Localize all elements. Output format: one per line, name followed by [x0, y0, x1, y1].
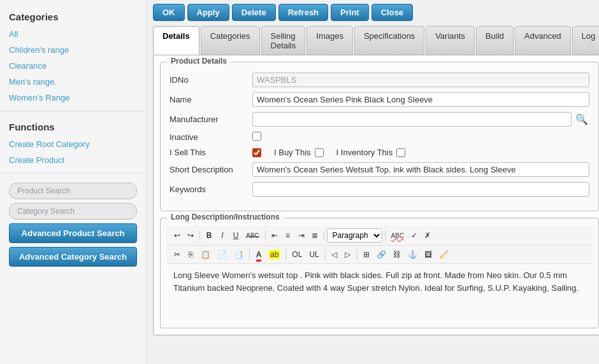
long-desc-section: Long Description/Instructions ↩ ↪ B I U … — [160, 218, 599, 328]
tab-variants[interactable]: Variants — [426, 26, 475, 55]
rte-font-color[interactable]: A — [252, 248, 265, 261]
categories-list: AllChildren's rangeClearanceMen's range.… — [0, 26, 146, 106]
rte-outdent[interactable]: ◁ — [328, 248, 341, 261]
adv-category-search-btn[interactable]: Advanced Category Search — [9, 247, 137, 267]
i-buy-checkbox[interactable] — [315, 148, 324, 157]
tab-categories[interactable]: Categories — [201, 26, 260, 55]
categories-title: Categories — [0, 6, 146, 26]
keywords-input[interactable] — [252, 182, 589, 197]
inactive-checkbox[interactable] — [252, 132, 261, 141]
main-content: OKApplyDeleteRefreshPrintClose DetailsCa… — [147, 0, 599, 364]
manufacturer-input[interactable] — [252, 112, 572, 127]
tab-selling[interactable]: Selling Details — [261, 26, 306, 55]
long-desc-title: Long Description/Instructions — [167, 213, 284, 221]
idno-input[interactable] — [252, 73, 589, 87]
rte-align-center[interactable]: ≡ — [282, 229, 294, 242]
idno-row: IDNo — [170, 73, 589, 87]
print-button[interactable]: Print — [331, 4, 369, 21]
rte-undo[interactable]: ↩ — [171, 229, 184, 242]
manufacturer-row: Manufacturer 🔍 — [170, 112, 589, 127]
i-sell-checkbox[interactable] — [252, 148, 261, 157]
rte-content[interactable]: Long Sleeve Women's wetsuit top . Pink w… — [167, 264, 592, 321]
product-details-title: Product Details — [167, 57, 231, 66]
rte-copy[interactable]: ⎘ — [184, 248, 197, 261]
search-group: Product Search Category Search Advanced … — [0, 179, 146, 274]
idno-label: IDNo — [170, 75, 252, 85]
rte-clean[interactable]: 🧹 — [436, 248, 452, 261]
rte-align-right[interactable]: ⇥ — [295, 229, 308, 242]
rte-paragraph-select[interactable]: Paragraph — [327, 228, 382, 242]
manufacturer-label: Manufacturer — [170, 115, 252, 124]
rte-sep2 — [265, 230, 266, 241]
rte-toolbar-row2: ✂ ⎘ 📋 📄 📑 A ab OL UL ◁ ▷ — [167, 246, 592, 264]
rte-bold[interactable]: B — [203, 229, 215, 242]
category-search-btn[interactable]: Category Search — [9, 203, 137, 220]
i-inventory-checkbox[interactable] — [396, 148, 405, 157]
sidebar-item-womens[interactable]: Women's Range — [0, 90, 146, 106]
sidebar-item-mens[interactable]: Men's range. — [0, 74, 146, 90]
rte-erase[interactable]: ✗ — [421, 229, 434, 242]
apply-button[interactable]: Apply — [187, 4, 229, 21]
sidebar-item-clearance[interactable]: Clearance — [0, 58, 146, 74]
product-details-section: Product Details IDNo Name Manufacturer — [160, 62, 599, 211]
rte-underline[interactable]: U — [229, 229, 242, 242]
rte-sep4 — [385, 230, 386, 241]
i-buy-item: I Buy This — [274, 148, 324, 157]
rte-image[interactable]: 🖼 — [421, 248, 435, 261]
rte-toolbar-row1: ↩ ↪ B I U ABC ⇤ ≡ ⇥ ≣ Para — [167, 226, 592, 246]
rte-table[interactable]: ⊞ — [360, 248, 373, 261]
rte-align-left[interactable]: ⇤ — [268, 229, 281, 242]
rte-link[interactable]: 🔗 — [373, 248, 389, 261]
rte-paste1[interactable]: 📋 — [198, 248, 213, 261]
functions-list: Create Root CategoryCreate Product — [0, 136, 146, 168]
tab-specs[interactable]: Specifications — [354, 26, 424, 55]
sell-buy-inv-fields: I Buy This I Inventory This — [252, 148, 589, 157]
tab-build[interactable]: Build — [476, 26, 514, 55]
rte-paste2[interactable]: 📄 — [214, 248, 230, 261]
manufacturer-search-icon[interactable]: 🔍 — [574, 112, 589, 127]
rte-strikethrough[interactable]: ABC — [243, 229, 263, 242]
rte-indent[interactable]: ▷ — [342, 248, 354, 261]
rte-redo[interactable]: ↪ — [184, 229, 197, 242]
rte-ol[interactable]: OL — [289, 248, 305, 261]
name-label: Name — [170, 95, 252, 104]
tab-images[interactable]: Images — [307, 26, 353, 55]
rte-align-justify[interactable]: ≣ — [308, 229, 321, 242]
rte-unlink[interactable]: ⛓ — [390, 248, 404, 261]
name-input[interactable] — [252, 92, 589, 107]
tab-log[interactable]: Log — [572, 26, 599, 55]
sidebar-item-create-root[interactable]: Create Root Category — [0, 136, 146, 152]
rte-italic[interactable]: I — [216, 229, 229, 242]
tabs-container: DetailsCategoriesSelling DetailsImagesSp… — [153, 26, 599, 55]
refresh-button[interactable]: Refresh — [278, 4, 328, 21]
delete-button[interactable]: Delete — [232, 4, 276, 21]
name-field — [252, 92, 589, 107]
rte-spellcheck[interactable]: ABC — [388, 229, 408, 242]
rte-sep3 — [324, 230, 324, 241]
long-desc-inner: ↩ ↪ B I U ABC ⇤ ≡ ⇥ ≣ Para — [161, 218, 598, 328]
tab-details[interactable]: Details — [153, 26, 199, 55]
sidebar-item-create-product[interactable]: Create Product — [0, 152, 146, 168]
rte-ul[interactable]: UL — [306, 248, 322, 261]
close-button[interactable]: Close — [372, 4, 413, 21]
rte-cut[interactable]: ✂ — [171, 248, 184, 261]
rte-spellcheck2[interactable]: ✓ — [408, 229, 421, 242]
sidebar-item-childrens[interactable]: Children's range — [0, 42, 146, 58]
adv-product-search-btn[interactable]: Advanced Product Search — [9, 223, 137, 243]
short-desc-input[interactable] — [252, 162, 589, 177]
rte-paste3[interactable]: 📑 — [231, 248, 247, 261]
name-row: Name — [170, 92, 589, 107]
product-search-btn[interactable]: Product Search — [9, 183, 137, 199]
rte-anchor[interactable]: ⚓ — [405, 248, 421, 261]
main-panel: Product Details IDNo Name Manufacturer — [153, 55, 599, 335]
sidebar-item-all[interactable]: All — [0, 26, 146, 42]
keywords-row: Keywords — [170, 182, 589, 197]
rte-sep8 — [357, 249, 357, 260]
functions-title: Functions — [0, 116, 146, 136]
tab-advanced[interactable]: Advanced — [515, 26, 571, 55]
rte-highlight[interactable]: ab — [266, 248, 283, 261]
ok-button[interactable]: OK — [153, 4, 185, 21]
rte-sep7 — [325, 249, 326, 260]
sell-buy-inv-row: I Sell This I Buy This I Inventory This — [170, 148, 589, 157]
rte-sep6 — [285, 249, 286, 260]
